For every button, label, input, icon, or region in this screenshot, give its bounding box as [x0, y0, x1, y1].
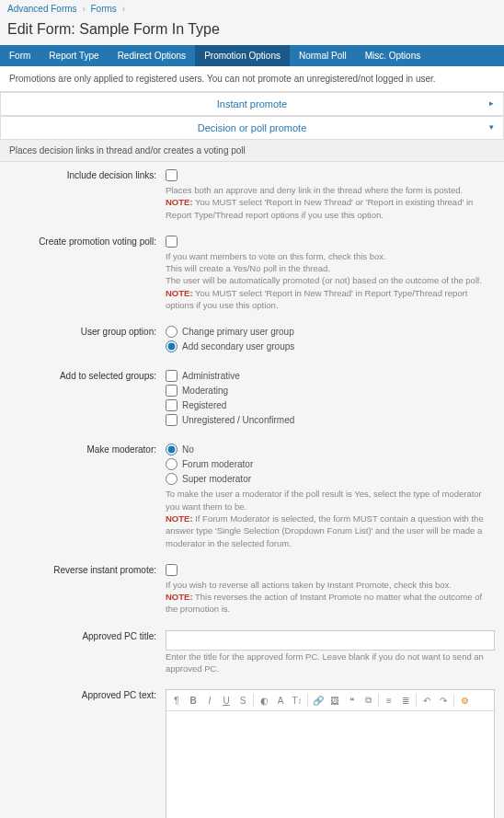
tab-report-type[interactable]: Report Type — [40, 45, 108, 66]
label-reverse-promote: Reverse instant promote: — [9, 564, 166, 616]
row-reverse-promote: Reverse instant promote: If you wish to … — [0, 557, 504, 623]
size-icon[interactable]: T↕ — [291, 696, 304, 706]
radio-mod-no[interactable] — [166, 444, 178, 455]
row-make-moderator: Make moderator: No Forum moderator Super… — [0, 436, 504, 556]
chevron-right-icon: › — [122, 4, 125, 14]
checkbox-voting-poll[interactable] — [166, 236, 178, 248]
row-add-groups: Add to selected groups: Administrative M… — [0, 363, 504, 436]
gear-icon[interactable]: ⚙ — [458, 696, 471, 706]
checkbox-administrative[interactable] — [166, 370, 178, 382]
checkbox-unregistered[interactable] — [166, 414, 178, 426]
option-label: Add secondary user groups — [182, 341, 294, 351]
help-text: NOTE: If Forum Moderator is selected, th… — [166, 513, 495, 549]
checkbox-reverse-promote[interactable] — [166, 564, 178, 576]
caret-down-icon: ▾ — [489, 122, 494, 132]
help-text: NOTE: You MUST select 'Report in New Thr… — [166, 196, 495, 221]
accordion-instant-promote[interactable]: Instant promote ▸ — [0, 92, 504, 116]
radio-change-primary[interactable] — [166, 326, 178, 338]
breadcrumb-forms[interactable]: Forms — [91, 4, 117, 14]
list-icon[interactable]: ≡ — [383, 696, 395, 706]
color-icon[interactable]: ◐ — [258, 696, 270, 706]
redo-icon[interactable]: ↷ — [437, 696, 450, 706]
accordion-label: Instant promote — [217, 98, 287, 109]
label-approved-pc-title: Approved PC title: — [9, 630, 166, 675]
option-label: Change primary user group — [182, 327, 294, 337]
rte-toolbar: ¶ B I U S ◐ A T↕ 🔗 🖼 ❝ ⧉ ≡ ≣ ↶ ↷ — [166, 690, 494, 711]
label-usergroup: User group option: — [9, 326, 166, 355]
tab-redirect[interactable]: Redirect Options — [109, 45, 195, 66]
row-voting-poll: Create promotion voting poll: If you wan… — [0, 228, 504, 318]
help-text: Enter the title for the approved form PC… — [166, 651, 495, 675]
help-text: This will create a Yes/No poll in the th… — [166, 262, 495, 274]
font-icon[interactable]: A — [274, 696, 287, 706]
caret-right-icon: ▸ — [489, 98, 494, 108]
section-header: Places decision links in thread and/or c… — [0, 140, 504, 162]
undo-icon[interactable]: ↶ — [420, 696, 433, 706]
radio-add-secondary[interactable] — [166, 340, 178, 352]
image-icon[interactable]: 🖼 — [328, 696, 341, 706]
accordion-decision-poll[interactable]: Decision or poll promote ▾ — [0, 116, 504, 140]
link-icon[interactable]: 🔗 — [312, 696, 325, 706]
radio-mod-super[interactable] — [166, 473, 178, 485]
label-make-moderator: Make moderator: — [9, 444, 166, 548]
help-text: If you want members to vote on this form… — [166, 250, 495, 262]
breadcrumb: Advanced Forms › Forms › — [0, 0, 504, 17]
option-label: Moderating — [182, 386, 228, 396]
help-text: The user will be automatically promoted … — [166, 274, 495, 286]
input-approved-pc-title[interactable] — [166, 630, 495, 651]
quote-icon[interactable]: ❝ — [345, 696, 358, 706]
label-voting-poll: Create promotion voting poll: — [9, 236, 166, 311]
accordion-label: Decision or poll promote — [198, 122, 307, 133]
help-text: Places both an approve and deny link in … — [166, 184, 495, 196]
help-text: NOTE: You MUST select 'Report in New Thr… — [166, 287, 495, 312]
label-decision-links: Include decision links: — [9, 169, 166, 221]
row-approved-pc-title: Approved PC title: Enter the title for t… — [0, 623, 504, 683]
tab-promotion[interactable]: Promotion Options — [195, 45, 290, 66]
tab-normal-poll[interactable]: Normal Poll — [290, 45, 356, 66]
bold-icon[interactable]: B — [187, 696, 200, 706]
checkbox-moderating[interactable] — [166, 385, 178, 397]
rich-text-editor: ¶ B I U S ◐ A T↕ 🔗 🖼 ❝ ⧉ ≡ ≣ ↶ ↷ — [166, 689, 495, 818]
row-approved-pc-text: Approved PC text: ¶ B I U S ◐ A T↕ 🔗 🖼 ❝… — [0, 682, 504, 818]
row-decision-links: Include decision links: Places both an a… — [0, 162, 504, 228]
help-text: If you wish to reverse all actions taken… — [166, 579, 495, 591]
label-add-groups: Add to selected groups: — [9, 370, 166, 429]
align-icon[interactable]: ≣ — [399, 696, 412, 706]
rte-body[interactable] — [166, 711, 494, 818]
tab-form[interactable]: Form — [0, 45, 40, 66]
help-text: To make the user a moderator if the poll… — [166, 488, 495, 513]
page-title: Edit Form: Sample Form In Type — [0, 17, 504, 45]
row-usergroup-option: User group option: Change primary user g… — [0, 318, 504, 363]
info-bar: Promotions are only applied to registere… — [0, 66, 504, 92]
option-label: Unregistered / Unconfirmed — [182, 415, 294, 425]
tab-misc[interactable]: Misc. Options — [356, 45, 430, 66]
option-label: Forum moderator — [182, 459, 253, 469]
option-label: Administrative — [182, 371, 240, 381]
code-icon[interactable]: ⧉ — [361, 695, 374, 706]
label-approved-pc-text: Approved PC text: — [9, 689, 166, 818]
option-label: Registered — [182, 400, 226, 410]
paragraph-icon[interactable]: ¶ — [170, 696, 183, 706]
italic-icon[interactable]: I — [203, 696, 216, 706]
help-text: NOTE: This reverses the action of Instan… — [166, 591, 495, 616]
underline-icon[interactable]: U — [220, 696, 233, 706]
strike-icon[interactable]: S — [236, 696, 249, 706]
checkbox-registered[interactable] — [166, 399, 178, 411]
checkbox-decision-links[interactable] — [166, 169, 178, 181]
option-label: No — [182, 444, 194, 455]
radio-mod-forum[interactable] — [166, 458, 178, 470]
chevron-right-icon: › — [82, 4, 85, 14]
breadcrumb-advanced-forms[interactable]: Advanced Forms — [7, 4, 77, 14]
tabs: Form Report Type Redirect Options Promot… — [0, 45, 504, 66]
option-label: Super moderator — [182, 474, 251, 484]
